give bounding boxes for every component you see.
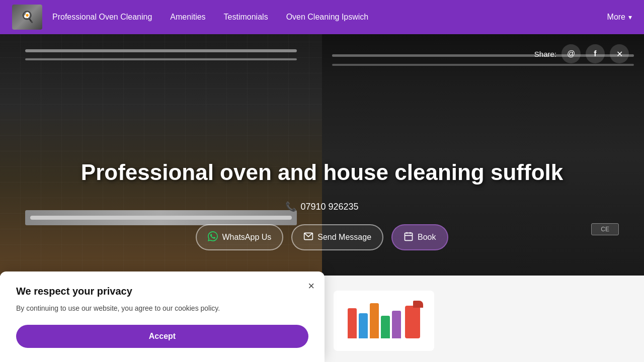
whatsapp-icon [208,231,218,243]
more-label: More [607,13,625,22]
book-label: Book [418,233,436,242]
share-area: Share: @ f ✕ [534,44,629,63]
bottle-1 [348,308,357,338]
spray-bottle [405,306,420,338]
book-icon [404,231,414,243]
logo-image: 🍳 [12,5,42,30]
cookie-text: By continuing to use our website, you ag… [16,303,308,314]
nav-link-amenities[interactable]: Amenities [170,13,205,22]
nav-link-testimonials[interactable]: Testimonials [224,13,268,22]
hero-phone: 📞 07910 926235 [285,201,358,212]
send-message-button[interactable]: Send Message [291,224,383,250]
share-label: Share: [534,50,556,58]
chevron-down-icon: ▾ [628,13,632,21]
hero-title: Professional oven and house cleaning suf… [51,159,593,186]
phone-number: 07910 926235 [300,202,358,212]
bottle-3 [370,303,379,338]
cookie-close-button[interactable]: × [308,280,314,293]
mail-icon [303,231,313,243]
more-menu[interactable]: More ▾ [607,13,632,22]
bottle-2 [359,313,368,338]
twitter-share-button[interactable]: ✕ [610,44,629,63]
hero-section: CE Share: @ f ✕ Professional oven and ho… [0,34,644,276]
cleaning-supplies-illustration [343,298,425,343]
whatsapp-button[interactable]: WhatsApp Us [196,224,283,250]
cookie-title: We respect your privacy [16,286,308,297]
bottle-4 [381,316,390,338]
navbar-links: Professional Oven Cleaning Amenities Tes… [52,13,607,22]
navbar: 🍳 Professional Oven Cleaning Amenities T… [0,0,644,34]
send-message-label: Send Message [317,233,371,242]
nav-link-oven-cleaning-ipswich[interactable]: Oven Cleaning Ipswich [286,13,369,22]
phone-icon: 📞 [285,201,296,212]
book-button[interactable]: Book [391,224,448,250]
hero-overlay: Professional oven and house cleaning suf… [0,34,644,276]
navbar-logo[interactable]: 🍳 [12,5,42,30]
facebook-share-button[interactable]: f [586,44,605,63]
card-cleaning-supplies [334,291,434,351]
cookie-banner: × We respect your privacy By continuing … [0,272,325,362]
hero-buttons: WhatsApp Us Send Message [196,224,448,250]
email-share-button[interactable]: @ [561,44,581,63]
whatsapp-label: WhatsApp Us [222,233,271,242]
nav-link-professional-oven-cleaning[interactable]: Professional Oven Cleaning [52,13,152,22]
cookie-accept-button[interactable]: Accept [16,325,308,348]
bottle-5 [392,311,401,338]
